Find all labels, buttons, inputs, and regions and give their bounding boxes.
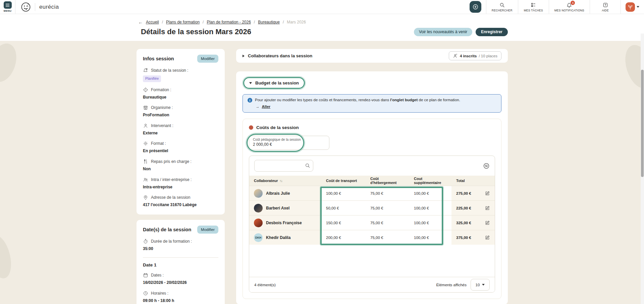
collapse-arrow-icon (243, 55, 245, 57)
person-icon (143, 123, 148, 128)
field-adresse: Adresse de la session 417 l'occitane 316… (143, 195, 218, 208)
field-status: Statut de la session : Planifiée (143, 68, 218, 82)
pedagogical-cost-field[interactable]: Coût pédagogique de la session 2 000,00 … (249, 136, 329, 150)
edit-row-button[interactable] (483, 219, 491, 227)
status-bell-icon (143, 68, 148, 73)
app-screen: MENU eurécia (0, 0, 644, 304)
breadcrumb-current: Mars 2026 (287, 20, 306, 24)
avatar (254, 189, 263, 198)
table-empty-space (249, 245, 495, 277)
vertical-scrollbar[interactable] (641, 34, 644, 304)
go-link[interactable]: Aller (262, 105, 271, 109)
breadcrumb: ← Accueil / Plans de formation / Plan de… (138, 19, 306, 25)
field-intra-inter: Intra / inter-entreprise : Intra-entrepr… (143, 177, 218, 190)
info-icon: i (248, 98, 252, 103)
field-intervenant: Intervenant : Externe (143, 123, 218, 136)
field-duree: Durée de la formation : 35:00 (143, 239, 218, 252)
table-row: Barberi Axel 50,00 € 75,00 € 100,00 € 22… (249, 200, 495, 215)
breadcrumb-link[interactable]: Plan de formation - 2026 (207, 20, 251, 24)
table-row: Albrais Julie 100,00 € 75,00 € 100,00 € … (249, 186, 495, 200)
budget-section-header-annotation: Budget de la session (243, 77, 305, 89)
field-horaires: Horaires : 09:00 h - 18:00 h (143, 291, 218, 304)
field-organisme: Organisme : ProFormation (143, 105, 218, 118)
menu-button[interactable]: MENU (0, 0, 15, 14)
expand-arrow-icon[interactable] (249, 82, 252, 84)
enrolled-count-badge[interactable]: 4 inscrits / 10 places (449, 51, 501, 60)
chevron-down-icon (482, 284, 485, 286)
bell-icon: 1 (567, 2, 572, 8)
edit-row-button[interactable] (483, 204, 491, 212)
chevron-down-icon (637, 6, 639, 8)
nav-item-tasks[interactable]: MES TÂCHES (518, 0, 549, 14)
costs-session-card: Coûts de la session Coût pédagogique de … (243, 119, 501, 299)
budget-section-title: Budget de la session (255, 80, 299, 85)
menu-label: MENU (4, 9, 11, 12)
help-icon (603, 2, 608, 8)
page-head: ← Accueil / Plans de formation / Plan de… (0, 14, 644, 41)
costs-table: Collaborateur ↑↓ Coût de transport Coût … (249, 156, 495, 293)
decor-blob (0, 233, 15, 281)
arrow-right-icon: → (256, 105, 260, 109)
clock-icon (143, 291, 148, 296)
collaborators-section-header[interactable]: Collaborateurs dans la session 4 inscrit… (236, 49, 508, 63)
brand-zone: eurécia (15, 0, 59, 14)
stopwatch-icon (143, 239, 148, 244)
date-group-title: Date 1 (143, 262, 218, 267)
decor-blob (0, 40, 21, 85)
infos-session-card: Infos session Modifier Statut de la sess… (137, 49, 225, 215)
scrollbar-thumb[interactable] (641, 70, 644, 177)
edit-row-button[interactable] (483, 189, 491, 197)
page-title: Détails de la session Mars 2026 (141, 27, 251, 36)
field-format: Format : En présentiel (143, 141, 218, 154)
pedagogical-cost-value: 2 000,00 € (253, 142, 325, 147)
tasks-icon (531, 2, 536, 8)
divider (143, 257, 218, 258)
table-footer: 4 élément(s) Éléments affichés 10 (249, 277, 495, 292)
table-row: DKHKhedir Dalila 200,00 € 75,00 € 100,00… (249, 230, 495, 245)
grid-menu-icon (4, 1, 12, 9)
search-icon (499, 2, 505, 8)
sun-icon (143, 141, 148, 146)
page-size-label: Éléments affichés (436, 283, 467, 287)
user-menu[interactable] (621, 0, 644, 14)
people-icon (143, 177, 148, 182)
field-formation: Formation : Bureautique (143, 87, 218, 100)
edit-row-button[interactable] (483, 234, 491, 242)
page-size-select[interactable]: 10 (471, 279, 490, 291)
back-arrow-icon[interactable]: ← (138, 19, 143, 25)
nav-item-search[interactable]: RECHERCHER (486, 0, 518, 14)
modify-infos-button[interactable]: Modifier (197, 55, 218, 63)
avatar-initials: DKH (254, 233, 263, 242)
target-icon (143, 87, 148, 93)
infos-card-title: Infos session (143, 56, 174, 61)
nav-item-notifications[interactable]: 1 MES NOTIFICATIONS (549, 0, 590, 14)
table-header-row: Collaborateur ↑↓ Coût de transport Coût … (249, 176, 495, 186)
breadcrumb-link[interactable]: Accueil (146, 20, 159, 24)
sort-icon[interactable]: ↑↓ (280, 179, 282, 183)
costs-title: Coûts de la session (256, 125, 299, 130)
costs-bullet-icon (249, 125, 253, 130)
breadcrumb-link[interactable]: Plans de formation (166, 20, 200, 24)
dates-session-card: Date(s) de la session Modifier Durée de … (137, 220, 225, 304)
table-settings-icon[interactable] (483, 163, 490, 169)
nav-item-help[interactable]: AIDE (590, 0, 621, 14)
pedagogical-cost-label: Coût pédagogique de la session (253, 138, 325, 141)
person-minus-icon (453, 53, 458, 58)
budget-card: Budget de la session i Pour ajouter ou m… (236, 71, 508, 304)
news-button[interactable]: Voir les nouveautés à venir (414, 28, 472, 36)
save-button[interactable]: Enregistrer (476, 28, 508, 36)
create-button[interactable] (470, 1, 481, 13)
user-avatar (626, 2, 635, 12)
breadcrumb-link[interactable]: Bureautique (258, 20, 280, 24)
brand-separator (35, 3, 35, 11)
eurecia-smiley-logo-icon (21, 2, 31, 12)
topbar-right: RECHERCHER MES TÂCHES 1 MES NOTIFICA (470, 0, 644, 14)
avatar (254, 204, 263, 212)
field-repas: Repas pris en charge : Non (143, 159, 218, 172)
brand-wordmark: eurécia (39, 4, 59, 10)
field-dates: Dates : 16/02/2026 - 20/02/2026 (143, 272, 218, 286)
table-search-input[interactable] (254, 160, 313, 172)
search-icon (305, 163, 310, 170)
modify-dates-button[interactable]: Modifier (197, 226, 218, 234)
calendar-icon (143, 272, 148, 278)
